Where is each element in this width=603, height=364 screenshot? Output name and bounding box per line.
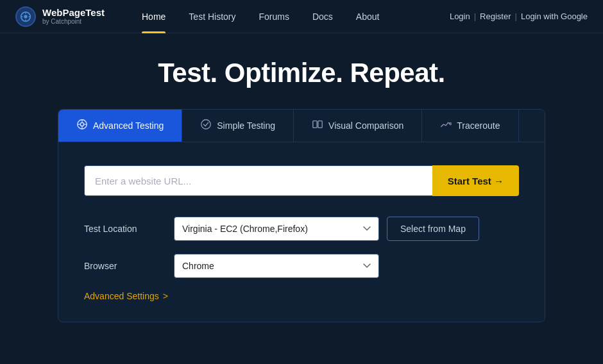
- svg-point-7: [80, 122, 83, 126]
- svg-point-12: [201, 120, 210, 129]
- url-row: Start Test →: [84, 165, 519, 196]
- visual-comparison-icon: [312, 119, 323, 133]
- select-from-map-button[interactable]: Select from Map: [387, 217, 479, 241]
- test-location-row: Test Location Virginia - EC2 (Chrome,Fir…: [84, 217, 519, 241]
- svg-point-1: [24, 15, 27, 18]
- advanced-settings-link[interactable]: Advanced Settings >: [84, 291, 168, 301]
- card-body: Start Test → Test Location Virginia - EC…: [58, 142, 545, 322]
- start-test-button[interactable]: Start Test →: [432, 165, 519, 196]
- logo-subtitle: by Catchpoint: [42, 18, 105, 25]
- test-location-select[interactable]: Virginia - EC2 (Chrome,Firefox): [174, 217, 379, 241]
- nav-link-forums[interactable]: Forums: [247, 0, 300, 33]
- tab-visual-comparison[interactable]: Visual Comparison: [294, 110, 422, 142]
- tab-visual-comparison-label: Visual Comparison: [328, 120, 403, 131]
- nav-link-about[interactable]: About: [344, 0, 391, 33]
- browser-select[interactable]: Chrome Firefox: [174, 254, 379, 278]
- simple-testing-icon: [200, 119, 212, 133]
- auth-sep-2: |: [515, 12, 517, 21]
- logo[interactable]: WebPageTest by Catchpoint: [15, 6, 105, 27]
- tab-traceroute[interactable]: Traceroute: [422, 110, 518, 142]
- advanced-settings-label: Advanced Settings: [84, 291, 159, 301]
- logo-icon: [15, 6, 36, 27]
- nav-link-home[interactable]: Home: [130, 0, 177, 33]
- nav-link-docs[interactable]: Docs: [301, 0, 344, 33]
- auth-sep-1: |: [474, 12, 476, 21]
- browser-row: Browser Chrome Firefox: [84, 254, 519, 278]
- nav-link-test-history[interactable]: Test History: [177, 0, 247, 33]
- tab-simple-testing[interactable]: Simple Testing: [182, 110, 294, 142]
- tab-advanced-testing[interactable]: Advanced Testing: [58, 110, 182, 142]
- test-location-label: Test Location: [84, 224, 174, 234]
- advanced-settings-arrow: >: [163, 291, 168, 301]
- navbar: WebPageTest by Catchpoint Home Test Hist…: [0, 0, 603, 33]
- tab-advanced-testing-label: Advanced Testing: [93, 120, 164, 131]
- advanced-testing-icon: [76, 119, 88, 133]
- main-card: Advanced Testing Simple Testing Visual C…: [58, 109, 545, 322]
- browser-label: Browser: [84, 261, 174, 271]
- url-input[interactable]: [84, 165, 432, 196]
- login-google-link[interactable]: Login with Google: [521, 12, 588, 21]
- hero-section: Test. Optimize. Repeat.: [0, 33, 603, 109]
- svg-rect-13: [313, 121, 317, 128]
- svg-rect-14: [318, 121, 322, 128]
- login-link[interactable]: Login: [450, 12, 470, 21]
- logo-title: WebPageTest: [42, 8, 105, 19]
- register-link[interactable]: Register: [480, 12, 511, 21]
- nav-links: Home Test History Forums Docs About: [130, 0, 450, 33]
- hero-headline: Test. Optimize. Repeat.: [0, 58, 603, 88]
- traceroute-icon: [440, 119, 452, 133]
- tab-traceroute-label: Traceroute: [457, 120, 500, 131]
- tab-bar: Advanced Testing Simple Testing Visual C…: [58, 110, 545, 142]
- tab-simple-testing-label: Simple Testing: [217, 120, 275, 131]
- nav-auth: Login | Register | Login with Google: [450, 12, 588, 21]
